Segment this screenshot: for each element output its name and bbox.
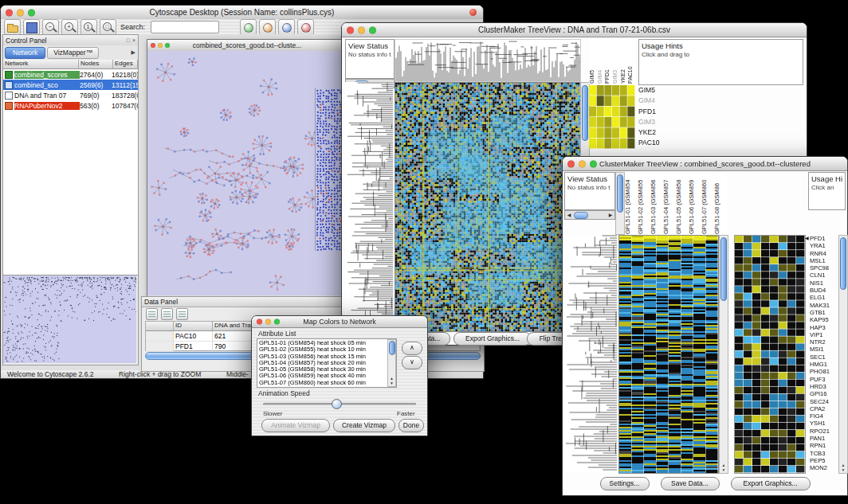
close-panel-icon[interactable]: × [132, 37, 135, 44]
network-overview-canvas[interactable] [3, 275, 136, 363]
zoom-button[interactable] [165, 43, 170, 48]
network-view-titlebar[interactable]: combined_scores_good.txt--cluste... [147, 40, 347, 52]
zoom-out-icon[interactable]: − [42, 19, 59, 36]
zoom-in-icon[interactable]: + [61, 19, 78, 36]
scroll-down-icon[interactable]: ▼ [388, 381, 395, 385]
scroll-left-icon[interactable]: ◀ [565, 212, 573, 219]
animation-speed-label: Animation Speed [258, 389, 310, 397]
move-down-button[interactable]: ∨ [402, 356, 422, 369]
gene-label: MSI1 [810, 346, 840, 353]
zoom-actual-icon[interactable]: 1 [80, 19, 97, 36]
tv2-mini-hscroll[interactable]: ◀ ▶ [564, 210, 615, 220]
create-vizmap-button[interactable]: Create Vizmap [333, 419, 395, 432]
tv2-label-vscrollbar[interactable] [615, 172, 625, 235]
control-panel-title: Control Panel [3, 37, 124, 45]
row-gutter [146, 342, 174, 351]
plugin-blue-icon[interactable] [278, 19, 295, 36]
tv2-save-data-button[interactable]: Save Data... [661, 477, 720, 490]
attribute-matrix-icon[interactable] [176, 308, 188, 320]
move-up-button[interactable]: ∧ [402, 342, 422, 355]
tv2-zoom-heatmap[interactable] [734, 235, 806, 474]
tv1-titlebar[interactable]: ClusterMaker TreeView : DNA and Tran 07-… [342, 23, 807, 37]
tv2-vscrollbar[interactable]: ▲ ▼ [719, 235, 728, 474]
close-button[interactable] [151, 43, 155, 48]
minimize-button[interactable] [17, 9, 24, 16]
network-table-row[interactable]: RNAPuberNov2563(0)107847(0) [3, 100, 138, 111]
network-table-row[interactable]: combined_scores2764(0)16218(0) [3, 69, 138, 80]
tab-network[interactable]: Network [5, 47, 45, 59]
tv2-vscroll-thumb[interactable] [720, 237, 727, 301]
tv2-gene-vscroll-thumb[interactable] [840, 237, 846, 290]
network-table-row[interactable]: DNA and Tran 07769(0)183728(0) [3, 90, 138, 100]
zoom-column-label: GIM3 [612, 39, 620, 84]
tv2-heatmap[interactable] [618, 235, 719, 474]
zoom-button[interactable] [590, 160, 597, 167]
col-id[interactable]: ID [174, 322, 213, 331]
tv1-column-dendrogram-canvas[interactable] [395, 40, 580, 81]
tv2-row-dendrogram[interactable] [564, 235, 617, 472]
tab-overflow-icon[interactable]: ▶ [132, 49, 135, 56]
open-session-icon[interactable] [4, 19, 21, 36]
scroll-down-icon[interactable]: ▼ [720, 468, 728, 472]
tv2-zoom-heatmap-canvas[interactable] [735, 236, 805, 473]
col-network[interactable]: Network [3, 60, 79, 69]
tv1-row-dendrogram[interactable] [345, 82, 393, 330]
close-button[interactable] [257, 319, 262, 325]
zoom-button[interactable] [274, 319, 280, 325]
tv1-column-dendrogram[interactable] [395, 39, 581, 82]
attribute-list-item[interactable]: GPL51-07 (GSM860) heat shock 60 min [257, 380, 388, 386]
tv1-heatmap-canvas[interactable] [395, 83, 580, 331]
tv2-titlebar[interactable]: ClusterMaker TreeView : combined_scores_… [563, 157, 847, 171]
float-panel-icon[interactable]: □ [127, 37, 130, 44]
search-input[interactable] [151, 21, 219, 33]
close-button[interactable] [567, 160, 575, 167]
tv1-zoom-matrix-canvas[interactable] [589, 85, 635, 149]
plugin-orange-icon[interactable] [259, 19, 276, 36]
minimize-button[interactable] [579, 160, 586, 167]
save-session-icon[interactable] [23, 19, 40, 36]
minimize-button[interactable] [358, 26, 365, 33]
attribute-table-icon[interactable] [161, 308, 173, 320]
attribute-listbox[interactable]: GPL51-01 (GSM854) heat shock 05 minGPL51… [257, 338, 397, 388]
network-table-header[interactable]: Network Nodes Edges [3, 60, 138, 69]
attribute-list-scrollbar[interactable]: ▲ ▼ [387, 339, 396, 387]
tv2-heatmap-canvas[interactable] [619, 236, 718, 473]
close-button[interactable] [6, 9, 13, 16]
animate-vizmap-button[interactable]: Animate Vizmap [261, 419, 330, 432]
tv2-row-dendrogram-canvas[interactable] [564, 235, 617, 472]
tv2-settings-button[interactable]: Settings... [600, 477, 650, 490]
tv1-row-dendrogram-canvas[interactable] [345, 82, 393, 330]
network-overview[interactable] [3, 275, 138, 365]
tv2-gene-vscrollbar[interactable]: ▲ ▼ [838, 235, 848, 474]
minimize-button[interactable] [265, 319, 271, 325]
tab-vizmapper[interactable]: VizMapper™ [47, 47, 99, 59]
tv1-zoom-matrix[interactable] [589, 85, 635, 149]
control-panel-header[interactable]: Control Panel □ × [3, 35, 138, 46]
attribute-select-icon[interactable] [146, 308, 158, 320]
tv1-heatmap[interactable] [395, 82, 581, 332]
dialog-titlebar[interactable]: Map Colors to Network [252, 316, 427, 328]
tv1-vscroll-thumb[interactable] [582, 85, 588, 141]
zoom-fit-icon[interactable]: □ [100, 19, 116, 36]
minimize-button[interactable] [158, 43, 163, 48]
col-nodes[interactable]: Nodes [79, 60, 113, 69]
network-table-row[interactable]: combined_sco2569(6)13112(15) [3, 80, 138, 90]
scroll-thumb[interactable] [574, 212, 588, 219]
col-edges[interactable]: Edges [113, 60, 138, 69]
plugin-red-icon [301, 23, 311, 33]
slider-thumb[interactable] [332, 399, 342, 409]
tv1-export-graphics-button[interactable]: Export Graphics... [453, 332, 532, 346]
zoom-button[interactable] [28, 9, 35, 16]
plugin-red-icon[interactable] [297, 19, 314, 36]
done-button[interactable]: Done [398, 419, 424, 432]
close-button[interactable] [347, 26, 354, 33]
main-titlebar[interactable]: Cytoscape Desktop (Session Name: collins… [1, 6, 483, 20]
tv2-label-vscroll-thumb[interactable] [617, 174, 623, 213]
scroll-down-icon[interactable]: ▼ [839, 468, 847, 472]
plugin-green-icon[interactable] [240, 19, 257, 36]
attribute-list-scroll-thumb[interactable] [389, 341, 395, 355]
animation-speed-slider[interactable] [263, 399, 416, 408]
tv2-export-graphics-button[interactable]: Export Graphics... [731, 477, 811, 490]
scroll-right-icon[interactable]: ▶ [607, 212, 614, 219]
zoom-button[interactable] [369, 26, 376, 33]
